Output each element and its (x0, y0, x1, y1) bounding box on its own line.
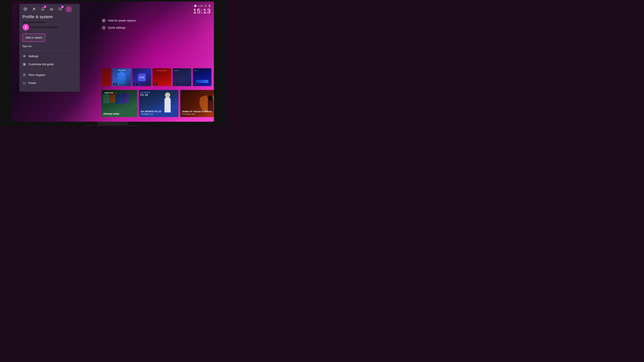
game-tile-thief[interactable]: THIEF II XIS (173, 68, 191, 86)
promo-tiles-row: GAME PASS Ultimate today (102, 90, 214, 117)
gamepass-title: Ultimate today (103, 112, 119, 115)
panel-divider-1 (22, 51, 77, 51)
gamepad-nav-icon[interactable] (48, 6, 54, 12)
game-tile-forza[interactable]: FORZA XIS (193, 68, 212, 86)
gamerscore-icon: G (194, 5, 196, 7)
customise-guide-icon (22, 62, 26, 66)
svg-point-5 (52, 9, 52, 9)
svg-point-2 (33, 8, 34, 9)
notifications-nav-icon[interactable]: 1 (40, 6, 46, 12)
svg-point-3 (34, 8, 35, 9)
operator-badge: XIS (133, 83, 137, 85)
upload-nav-icon[interactable]: 18 (57, 6, 63, 12)
xbox-support-menu-item[interactable]: Xbox Support (19, 71, 80, 79)
profile-nav-icon[interactable] (66, 6, 72, 12)
xbox-support-icon (22, 73, 26, 77)
partial-game-tile[interactable] (102, 68, 111, 86)
settings-menu-item[interactable]: ⚙ Settings (19, 52, 80, 60)
promo-tile-easports[interactable]: EA SPORTS FC 25 EA SPORTS FC 25 Availabl… (139, 90, 178, 117)
promo-tile-gamepass[interactable]: GAME PASS Ultimate today (102, 90, 137, 117)
social-nav-icon[interactable] (31, 6, 37, 12)
forza-badge: XIS (194, 83, 198, 85)
profile-section (19, 24, 80, 33)
gamerscore-value: 1,058 (198, 5, 203, 7)
game-tile-theshow[interactable]: THE SHOW 24 XIS (112, 68, 131, 86)
xbox-nav-icon[interactable] (22, 6, 28, 12)
thief-badge: XIS (174, 83, 177, 85)
xbox-support-label: Xbox Support (28, 74, 45, 77)
easports-promo-label: EA SPORTS FC 25 Available now (141, 110, 161, 115)
gamepass-badge: GAME PASS (103, 92, 114, 94)
customise-guide-label: Customise the guide (28, 63, 54, 66)
avatar (22, 24, 29, 30)
quick-settings-label: Quick settings (108, 26, 126, 30)
svg-point-16 (104, 28, 104, 28)
upload-badge: 18 (61, 6, 64, 8)
gamepass-promo-label: Ultimate today (103, 112, 119, 115)
sign-out-button[interactable]: Sign out (19, 43, 80, 50)
tv-frame: 1 (0, 0, 226, 126)
game-tile-gamepad[interactable] (213, 68, 214, 86)
svg-rect-8 (23, 63, 24, 64)
right-content-area: Hold for power options Quick settings G (83, 2, 214, 122)
settings-icon: ⚙ (22, 54, 26, 58)
settings-label: Settings (28, 55, 38, 58)
hold-power-action: Hold for power options (102, 17, 136, 24)
theshow-badge: XIS (113, 83, 117, 85)
power-menu-item[interactable]: Power (19, 79, 80, 87)
gamerscore-row: G 1,058 🔇 🔋 (193, 5, 211, 7)
username-area (19, 22, 80, 24)
svg-rect-9 (24, 63, 26, 64)
power-icon (22, 81, 26, 85)
username-bar (22, 22, 46, 23)
svg-point-12 (23, 74, 26, 76)
mute-icon: 🔇 (204, 5, 207, 7)
panel-nav: 1 (19, 4, 80, 14)
bloodhunt-badge: XIS (153, 83, 157, 85)
battery-icon: 🔋 (208, 5, 211, 7)
panel-title: Profile & system (19, 14, 80, 22)
quick-settings-action[interactable]: Quick settings (102, 24, 136, 31)
notifications-badge: 1 (44, 6, 46, 8)
add-or-switch-button[interactable]: Add or switch (22, 34, 46, 42)
svg-rect-10 (23, 64, 24, 66)
profile-details (31, 26, 77, 28)
profile-system-panel: 1 (19, 4, 80, 92)
diablo-subtitle: Pre-order now (182, 113, 212, 115)
quick-actions-area: Hold for power options Quick settings (102, 17, 136, 31)
power-label: Power (28, 82, 36, 85)
gamertag-bar (31, 26, 59, 28)
diablo-promo-label: Diablo IV: Vessel of Hatred Pre-order no… (182, 110, 212, 115)
svg-point-6 (52, 9, 52, 10)
customise-guide-menu-item[interactable]: Customise the guide (19, 60, 80, 68)
diablo-title: Diablo IV: Vessel of Hatred (182, 110, 212, 113)
top-right-info: G 1,058 🔇 🔋 15:13 (193, 5, 211, 15)
panel-divider-2 (22, 70, 77, 70)
promo-tile-diablo[interactable]: Diablo IV: Vessel of Hatred Pre-order no… (180, 90, 214, 117)
clock: 15:13 (193, 8, 211, 15)
quick-settings-icon (102, 26, 106, 30)
game-tile-bloodhunt[interactable]: BLOODHUNT XIS (152, 68, 171, 86)
hold-power-label: Hold for power options (108, 19, 136, 22)
easports-title: EA SPORTS FC 25 (141, 110, 161, 113)
tv-stand-base (86, 125, 140, 126)
game-tiles-row: THE SHOW 24 XIS 1·1·2 XIS (102, 68, 214, 86)
tv-screen: 1 (12, 2, 214, 122)
svg-point-1 (25, 8, 26, 10)
game-tile-operator[interactable]: 1·1·2 XIS (132, 68, 151, 86)
easports-subtitle: Available now (141, 113, 161, 115)
hold-power-icon (102, 18, 106, 23)
